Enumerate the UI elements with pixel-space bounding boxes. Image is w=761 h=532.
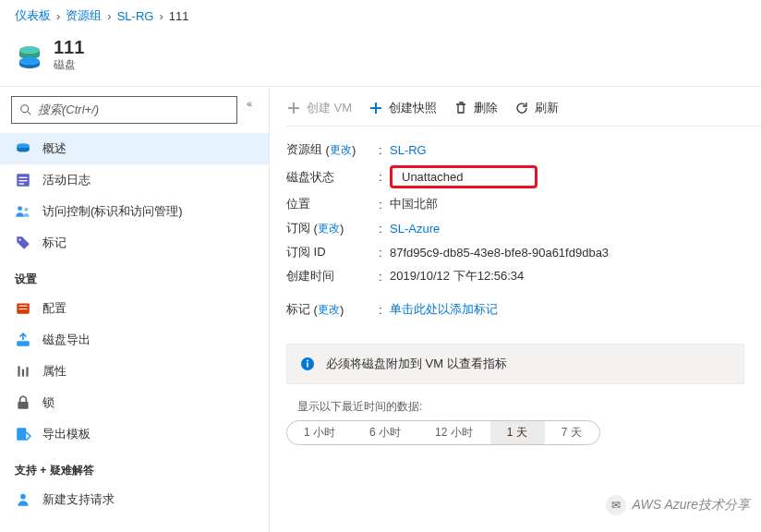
svg-rect-17 xyxy=(22,369,24,377)
subscription-link[interactable]: SL-Azure xyxy=(390,222,440,236)
row-tags: 标记 (更改) : 单击此处以添加标记 xyxy=(286,297,761,321)
location-value: 中国北部 xyxy=(390,196,761,212)
svg-point-0 xyxy=(19,46,40,54)
activity-log-icon xyxy=(15,172,31,188)
pill-12h[interactable]: 12 小时 xyxy=(418,421,490,444)
add-tags-link[interactable]: 单击此处以添加标记 xyxy=(390,302,498,316)
svg-rect-18 xyxy=(26,368,28,377)
row-disk-status: 磁盘状态 : Unattached xyxy=(286,162,761,192)
plus-icon xyxy=(368,101,383,115)
nav-label: 访问控制(标识和访问管理) xyxy=(42,203,183,220)
nav-section-support: 支持 + 疑难解答 xyxy=(0,450,269,484)
svg-point-2 xyxy=(21,105,29,113)
svg-line-3 xyxy=(28,112,31,115)
trash-icon xyxy=(453,101,468,115)
nav-section-settings: 设置 xyxy=(0,259,269,293)
crumb-slrg[interactable]: SL-RG xyxy=(117,9,154,23)
disk-export-icon xyxy=(15,332,31,348)
nav-label: 新建支持请求 xyxy=(42,491,115,508)
row-location: 位置 : 中国北部 xyxy=(286,192,761,216)
export-template-icon xyxy=(15,426,31,442)
nav-locks[interactable]: 锁 xyxy=(0,387,269,418)
pill-1h[interactable]: 1 小时 xyxy=(287,421,353,444)
chevron-right-icon: › xyxy=(107,9,111,23)
toolbar: 创建 VM 创建快照 删除 刷新 xyxy=(286,100,761,126)
nav-label: 概述 xyxy=(42,140,66,157)
svg-rect-8 xyxy=(19,183,25,184)
pill-6h[interactable]: 6 小时 xyxy=(353,421,418,444)
delete-button[interactable]: 删除 xyxy=(453,100,498,116)
crumb-current: 111 xyxy=(169,9,189,23)
svg-point-1 xyxy=(19,57,40,65)
prop-label: 标记 xyxy=(286,301,310,318)
sidebar: 搜索(Ctrl+/) « 概述 活动日志 访问控制(标识和访问管理) 标记 设置… xyxy=(0,87,270,532)
access-control-icon xyxy=(15,203,31,220)
svg-rect-16 xyxy=(18,366,19,376)
nav-label: 配置 xyxy=(42,300,66,317)
collapse-sidebar-icon[interactable]: « xyxy=(241,96,258,109)
info-icon xyxy=(300,357,315,371)
nav-new-support[interactable]: 新建支持请求 xyxy=(0,484,269,515)
svg-point-10 xyxy=(24,208,28,212)
svg-point-21 xyxy=(20,494,26,500)
svg-rect-20 xyxy=(17,428,26,441)
nav-access-control[interactable]: 访问控制(标识和访问管理) xyxy=(0,196,269,227)
time-range-label: 显示以下最近时间的数据: xyxy=(297,399,744,415)
nav-activity-log[interactable]: 活动日志 xyxy=(0,164,269,196)
plus-icon xyxy=(286,101,301,115)
prop-label: 创建时间 xyxy=(286,268,379,284)
prop-label: 位置 xyxy=(286,196,379,212)
search-input[interactable]: 搜索(Ctrl+/) xyxy=(11,96,237,124)
svg-rect-19 xyxy=(18,402,28,409)
pill-1d[interactable]: 1 天 xyxy=(490,421,545,444)
breadcrumb: 仪表板 › 资源组 › SL-RG › 111 xyxy=(0,0,761,31)
svg-rect-7 xyxy=(19,180,28,181)
svg-rect-14 xyxy=(19,308,28,309)
tool-label: 刷新 xyxy=(535,100,559,116)
tool-label: 创建快照 xyxy=(389,100,437,116)
watermark: ✉ AWS Azure技术分享 xyxy=(606,495,750,515)
prop-label: 订阅 xyxy=(286,220,310,236)
nav-config[interactable]: 配置 xyxy=(0,293,269,324)
pill-7d[interactable]: 7 天 xyxy=(545,421,599,444)
change-resource-group-link[interactable]: 更改 xyxy=(330,142,352,158)
create-vm-button[interactable]: 创建 VM xyxy=(286,100,352,116)
tool-label: 删除 xyxy=(474,100,498,116)
nav-tags[interactable]: 标记 xyxy=(0,227,269,259)
crumb-resource-groups[interactable]: 资源组 xyxy=(66,7,102,24)
crumb-dashboard[interactable]: 仪表板 xyxy=(15,7,51,24)
refresh-button[interactable]: 刷新 xyxy=(514,100,559,116)
resource-group-link[interactable]: SL-RG xyxy=(390,143,427,157)
disk-resource-icon xyxy=(15,41,44,70)
created-value: 2019/10/12 下午12:56:34 xyxy=(390,268,761,284)
disk-status-value: Unattached xyxy=(390,165,538,188)
nav-disk-export[interactable]: 磁盘导出 xyxy=(0,324,269,356)
svg-rect-6 xyxy=(19,177,28,178)
nav-label: 锁 xyxy=(42,394,54,411)
change-subscription-link[interactable]: 更改 xyxy=(318,221,340,236)
row-subscription-id: 订阅 ID : 87fd95c9-db85-43e8-bfe8-90a61fd9… xyxy=(286,240,761,264)
row-created: 创建时间 : 2019/10/12 下午12:56:34 xyxy=(286,264,761,288)
main-content: 创建 VM 创建快照 删除 刷新 资源组 (更改) : SL-RG 磁盘状态 : xyxy=(270,87,761,532)
nav-label: 活动日志 xyxy=(42,172,91,188)
disk-icon xyxy=(15,140,31,157)
support-icon xyxy=(15,491,31,508)
chevron-right-icon: › xyxy=(56,9,60,23)
svg-point-9 xyxy=(18,206,22,211)
prop-label: 资源组 xyxy=(286,141,322,158)
info-text: 必须将磁盘附加到 VM 以查看指标 xyxy=(326,356,507,372)
create-snapshot-button[interactable]: 创建快照 xyxy=(368,100,437,116)
config-icon xyxy=(15,300,31,317)
change-tags-link[interactable]: 更改 xyxy=(318,302,340,318)
time-range-pills: 1 小时 6 小时 12 小时 1 天 7 天 xyxy=(286,420,600,445)
page-header: 111 磁盘 xyxy=(0,31,761,87)
prop-label: 订阅 ID xyxy=(286,244,379,260)
page-subtitle: 磁盘 xyxy=(54,57,84,73)
nav-properties[interactable]: 属性 xyxy=(0,356,269,387)
nav-overview[interactable]: 概述 xyxy=(0,133,269,164)
refresh-icon xyxy=(514,101,529,115)
search-placeholder: 搜索(Ctrl+/) xyxy=(38,102,99,118)
nav-label: 属性 xyxy=(42,363,66,380)
nav-export-template[interactable]: 导出模板 xyxy=(0,418,269,450)
svg-rect-23 xyxy=(307,363,308,368)
